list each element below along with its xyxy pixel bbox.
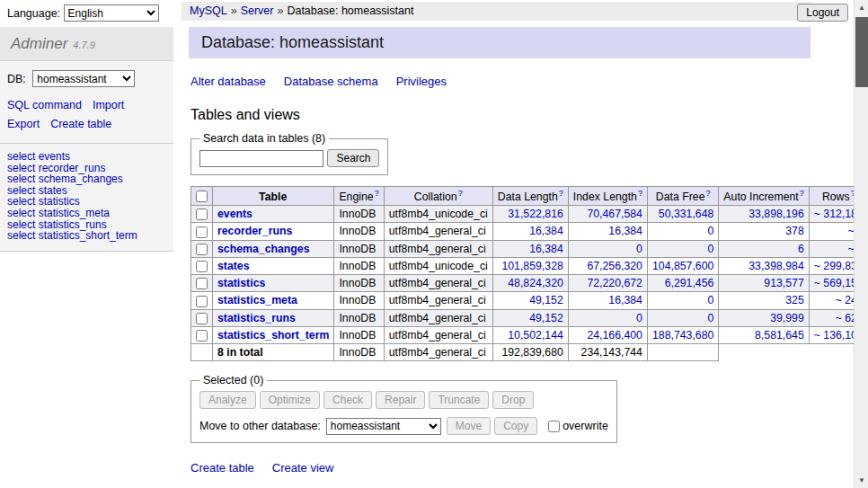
sidebar-action-link[interactable]: Export bbox=[7, 118, 40, 131]
move-button[interactable]: Move bbox=[447, 417, 491, 435]
table-name-link[interactable]: states bbox=[217, 260, 250, 272]
index-length-cell: 72,220,672 bbox=[568, 275, 647, 292]
sidebar-table-link[interactable]: select statistics_meta bbox=[7, 208, 166, 219]
data-length-cell: 48,824,320 bbox=[492, 275, 568, 292]
column-header: Collation? bbox=[384, 187, 492, 206]
table-name-cell: recorder_runs bbox=[213, 223, 334, 240]
index-length-cell: 70,467,584 bbox=[568, 206, 647, 223]
create-link[interactable]: Create view bbox=[272, 461, 334, 475]
auto-increment-cell: 6 bbox=[719, 240, 809, 257]
collation-cell: utf8mb4_general_ci bbox=[384, 275, 492, 292]
search-legend: Search data in tables (8) bbox=[199, 132, 329, 145]
language-select[interactable]: English bbox=[64, 4, 159, 22]
data-free-cell: 50,331,648 bbox=[647, 206, 718, 223]
column-help-link[interactable]: ? bbox=[800, 189, 804, 198]
db-select[interactable]: homeassistant bbox=[32, 70, 135, 87]
breadcrumb-server-link[interactable]: Server bbox=[241, 4, 274, 17]
selected-legend: Selected (0) bbox=[199, 374, 267, 386]
select-all-checkbox[interactable] bbox=[196, 191, 208, 202]
selected-action-button[interactable]: Check bbox=[323, 391, 372, 409]
column-header: Data Free? bbox=[647, 187, 718, 206]
db-label: DB: bbox=[7, 73, 26, 85]
scrollbar-up-icon[interactable]: ▲ bbox=[855, 0, 868, 15]
copy-button[interactable]: Copy bbox=[494, 417, 537, 435]
table-name-link[interactable]: schema_changes bbox=[217, 243, 310, 255]
table-row: states InnoDB utf8mb4_unicode_ci 101,859… bbox=[191, 257, 868, 274]
table-name-link[interactable]: events bbox=[217, 208, 252, 220]
sidebar-table-link[interactable]: select statistics_short_term bbox=[7, 230, 166, 242]
table-total-row: 8 in total InnoDB utf8mb4_general_ci 192… bbox=[191, 344, 868, 361]
column-header-label: Data Length bbox=[498, 191, 558, 203]
sidebar-action-link[interactable]: Import bbox=[93, 99, 124, 112]
page-title: Database: homeassistant bbox=[189, 27, 810, 58]
logout-button[interactable]: Logout bbox=[797, 4, 848, 22]
table-name-link[interactable]: statistics_short_term bbox=[217, 329, 329, 342]
database-toolbar-link[interactable]: Alter database bbox=[190, 75, 266, 88]
column-help-link[interactable]: ? bbox=[638, 189, 642, 198]
table-name-cell: statistics_runs bbox=[213, 309, 334, 326]
move-database-select[interactable]: homeassistant bbox=[326, 418, 441, 435]
table-name-cell: events bbox=[213, 206, 334, 223]
index-length-cell: 0 bbox=[568, 309, 647, 326]
selected-action-button[interactable]: Truncate bbox=[429, 391, 489, 409]
table-header-row: Table Engine? Collation? Data Length? In… bbox=[191, 187, 868, 206]
sidebar-table-link[interactable]: select schema_changes bbox=[7, 173, 166, 185]
table-row: schema_changes InnoDB utf8mb4_general_ci… bbox=[191, 240, 868, 257]
selected-action-button[interactable]: Drop bbox=[492, 391, 534, 409]
sidebar-action-link[interactable]: Create table bbox=[50, 118, 111, 131]
data-free-cell: 0 bbox=[647, 223, 718, 240]
selected-action-button[interactable]: Repair bbox=[376, 391, 425, 409]
data-length-cell: 16,384 bbox=[492, 223, 568, 240]
search-button[interactable]: Search bbox=[327, 149, 379, 167]
table-name-link[interactable]: statistics bbox=[217, 277, 265, 289]
collation-cell: utf8mb4_unicode_ci bbox=[384, 257, 492, 274]
create-links: Create tableCreate view bbox=[190, 459, 810, 475]
sidebar-table-link[interactable]: select events bbox=[7, 151, 166, 163]
row-checkbox[interactable] bbox=[196, 313, 208, 324]
create-link[interactable]: Create table bbox=[190, 461, 254, 475]
column-header: Data Length? bbox=[492, 187, 568, 206]
index-length-cell: 16,384 bbox=[568, 223, 647, 240]
adminer-page: Language: English MySQL»Server»Database:… bbox=[0, 0, 868, 488]
row-checkbox[interactable] bbox=[196, 244, 208, 255]
auto-increment-cell: 33,898,196 bbox=[719, 206, 809, 223]
row-checkbox[interactable] bbox=[196, 278, 208, 289]
scrollbar-down-icon[interactable]: ▼ bbox=[855, 473, 868, 488]
search-input[interactable] bbox=[199, 150, 323, 167]
selected-action-button[interactable]: Optimize bbox=[260, 391, 320, 409]
selected-action-button[interactable]: Analyze bbox=[199, 391, 256, 409]
column-help-link[interactable]: ? bbox=[559, 189, 563, 198]
engine-cell: InnoDB bbox=[334, 223, 384, 240]
data-length-cell: 31,522,816 bbox=[492, 206, 568, 223]
table-name-link[interactable]: statistics_runs bbox=[217, 312, 296, 324]
breadcrumb-mysql-link[interactable]: MySQL bbox=[190, 4, 227, 17]
total-collation-cell: utf8mb4_general_ci bbox=[384, 344, 492, 361]
data-length-cell: 49,152 bbox=[492, 292, 568, 309]
scrollbar-thumb[interactable] bbox=[855, 17, 868, 87]
row-checkbox[interactable] bbox=[196, 296, 208, 307]
row-checkbox[interactable] bbox=[196, 261, 208, 272]
sidebar-action-link[interactable]: SQL command bbox=[7, 99, 82, 112]
column-help-link[interactable]: ? bbox=[705, 189, 710, 198]
row-checkbox[interactable] bbox=[196, 209, 208, 220]
sidebar-table-links: select eventsselect recorder_runsselect … bbox=[0, 144, 173, 251]
column-help-link[interactable]: ? bbox=[458, 189, 463, 198]
auto-increment-cell: 8,581,645 bbox=[719, 326, 809, 343]
engine-cell: InnoDB bbox=[334, 257, 384, 274]
table-name-link[interactable]: recorder_runs bbox=[217, 225, 292, 237]
row-checkbox[interactable] bbox=[196, 330, 208, 342]
app-title: Adminer4.7.9 bbox=[0, 27, 173, 61]
table-row: statistics InnoDB utf8mb4_general_ci 48,… bbox=[191, 275, 868, 292]
row-select-cell bbox=[191, 326, 213, 343]
database-toolbar-link[interactable]: Database schema bbox=[284, 75, 378, 88]
vertical-scrollbar: ▲ ▼ bbox=[854, 0, 868, 488]
overwrite-checkbox[interactable] bbox=[548, 421, 560, 432]
row-checkbox[interactable] bbox=[196, 226, 208, 238]
database-toolbar-links: Alter databaseDatabase schemaPrivileges bbox=[190, 73, 810, 89]
table-name-cell: schema_changes bbox=[213, 240, 334, 257]
main-content: Database: homeassistant Alter databaseDa… bbox=[189, 27, 810, 488]
database-toolbar-link[interactable]: Privileges bbox=[396, 75, 447, 88]
column-help-link[interactable]: ? bbox=[375, 189, 379, 198]
table-name-link[interactable]: statistics_meta bbox=[217, 294, 297, 306]
row-select-cell bbox=[191, 240, 213, 257]
